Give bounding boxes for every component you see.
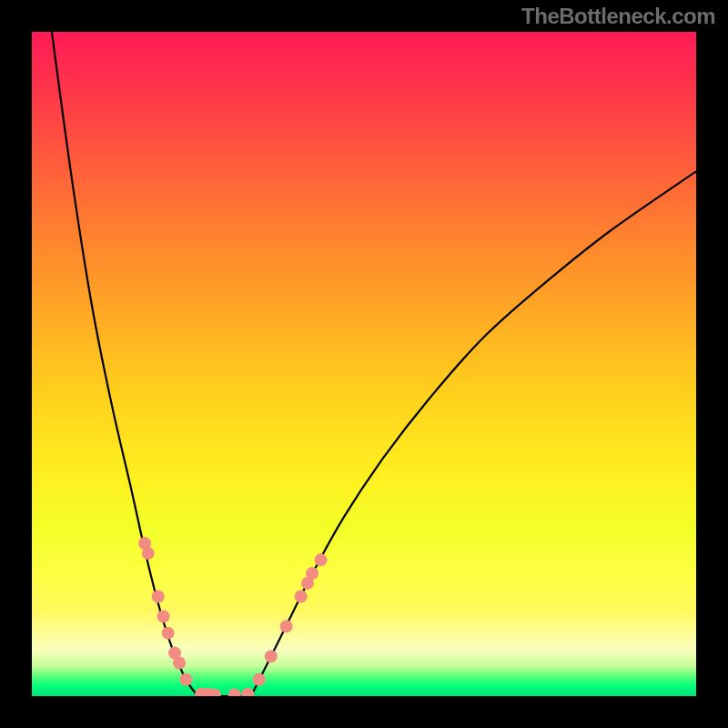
data-marker: [253, 673, 266, 686]
chart-svg: [32, 32, 696, 696]
data-marker: [162, 627, 175, 640]
data-marker: [142, 547, 155, 560]
chart-frame: TheBottleneck.com: [0, 0, 728, 728]
data-marker: [157, 610, 170, 622]
data-marker: [173, 657, 186, 670]
data-marker: [306, 567, 318, 580]
data-marker: [152, 591, 165, 603]
data-marker: [241, 688, 254, 696]
bottleneck-curve: [52, 32, 696, 696]
data-marker: [228, 689, 241, 696]
data-marker: [295, 591, 308, 603]
plot-area: [32, 32, 696, 696]
data-marker: [280, 620, 293, 632]
watermark-text: TheBottleneck.com: [521, 4, 715, 29]
data-marker: [315, 553, 328, 566]
marker-group: [138, 537, 327, 696]
data-marker: [179, 673, 192, 686]
data-marker: [265, 650, 278, 662]
